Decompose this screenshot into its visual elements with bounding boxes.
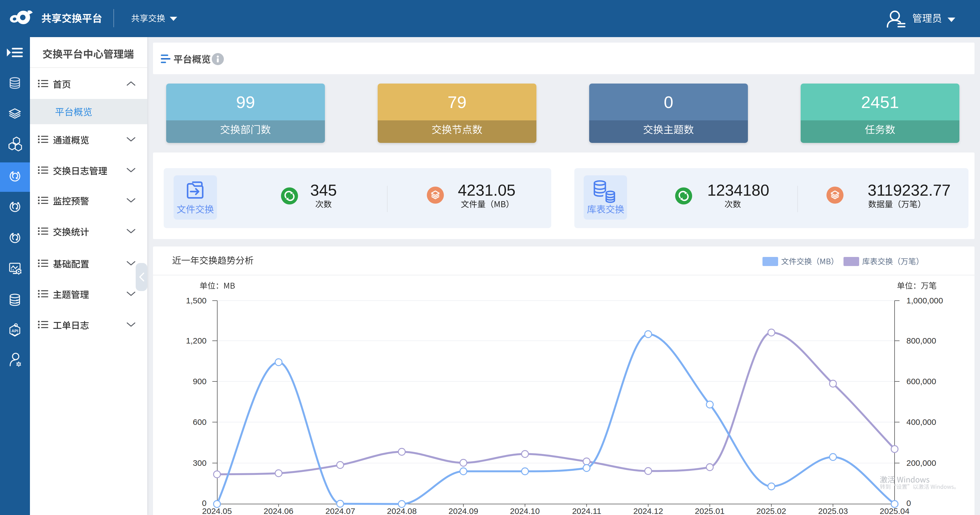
svg-text:API: API bbox=[11, 328, 18, 333]
